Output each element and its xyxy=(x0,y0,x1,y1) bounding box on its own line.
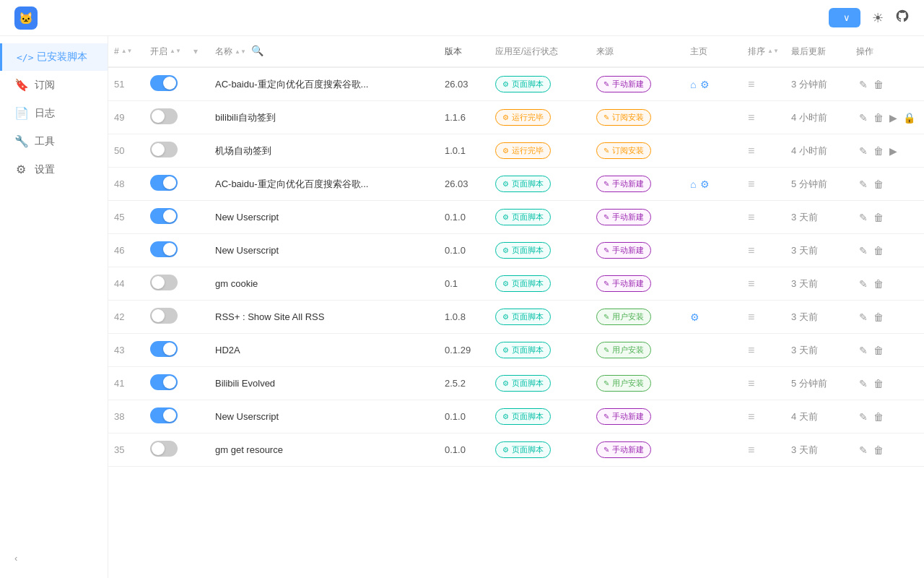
delete-button[interactable]: 🗑 xyxy=(871,310,886,324)
row-name[interactable]: New Userscript xyxy=(209,234,439,267)
toggle-switch[interactable] xyxy=(150,374,178,390)
toggle-switch[interactable] xyxy=(150,75,178,91)
row-sort-handle[interactable]: ≡ xyxy=(742,134,785,168)
row-sort-handle[interactable]: ≡ xyxy=(742,301,785,334)
filter-icon[interactable]: ▾ xyxy=(193,46,198,56)
home-icon[interactable]: ⌂ xyxy=(690,178,696,190)
col-header-enabled[interactable]: 开启 ▲▼ xyxy=(144,36,188,67)
row-sort-handle[interactable]: ≡ xyxy=(742,434,785,467)
delete-button[interactable]: 🗑 xyxy=(871,243,886,258)
drag-handle[interactable]: ≡ xyxy=(748,377,754,389)
lock-button[interactable]: 🔒 xyxy=(900,111,918,125)
drag-handle[interactable]: ≡ xyxy=(748,410,754,423)
drag-handle[interactable]: ≡ xyxy=(748,78,754,90)
edit-button[interactable]: ✎ xyxy=(856,410,871,424)
github-icon[interactable] xyxy=(895,9,910,27)
delete-button[interactable]: 🗑 xyxy=(871,343,886,358)
edit-button[interactable]: ✎ xyxy=(856,343,871,358)
drag-handle[interactable]: ≡ xyxy=(748,444,754,456)
row-sort-handle[interactable]: ≡ xyxy=(742,400,785,434)
search-icon[interactable]: 🔍 xyxy=(248,45,266,56)
drag-handle[interactable]: ≡ xyxy=(748,144,754,157)
toggle-switch[interactable] xyxy=(150,108,178,124)
row-sort-handle[interactable]: ≡ xyxy=(742,101,785,134)
row-name[interactable]: Bilibili Evolved xyxy=(209,367,439,400)
col-sort-name[interactable]: 名称 ▲▼ xyxy=(215,46,246,58)
delete-button[interactable]: 🗑 xyxy=(871,410,886,424)
gear-home-icon[interactable]: ⚙ xyxy=(690,311,699,323)
row-name[interactable]: HD2A xyxy=(209,334,439,367)
row-name[interactable]: gm cookie xyxy=(209,267,439,301)
sidebar-item-tools[interactable]: 🔧 工具 xyxy=(0,127,108,155)
sidebar-item-settings[interactable]: ⚙ 设置 xyxy=(0,155,108,184)
row-sort-handle[interactable]: ≡ xyxy=(742,267,785,301)
toggle-switch[interactable] xyxy=(150,275,178,290)
new-script-button[interactable]: ∨ xyxy=(829,8,860,27)
home-icon[interactable]: ⌂ xyxy=(690,79,696,90)
col-header-name[interactable]: 名称 ▲▼ 🔍 xyxy=(209,36,439,67)
drag-handle[interactable]: ≡ xyxy=(748,277,754,290)
row-sort-handle[interactable]: ≡ xyxy=(742,168,785,201)
theme-icon[interactable]: ☀ xyxy=(872,10,884,26)
play-button[interactable]: ▶ xyxy=(886,144,900,158)
row-name[interactable]: gm get resource xyxy=(209,434,439,467)
row-name[interactable]: 机场自动签到 xyxy=(209,134,439,168)
row-sort-handle[interactable]: ≡ xyxy=(742,234,785,267)
toggle-switch[interactable] xyxy=(150,175,178,191)
edit-button[interactable]: ✎ xyxy=(856,310,871,324)
row-name[interactable]: AC-baidu-重定向优化百度搜索谷歌... xyxy=(209,67,439,101)
drag-handle[interactable]: ≡ xyxy=(748,344,754,356)
row-name[interactable]: bilibili自动签到 xyxy=(209,101,439,134)
edit-button[interactable]: ✎ xyxy=(856,111,871,125)
toggle-switch[interactable] xyxy=(150,308,178,324)
drag-handle[interactable]: ≡ xyxy=(748,211,754,223)
drag-handle[interactable]: ≡ xyxy=(748,244,754,256)
edit-button[interactable]: ✎ xyxy=(856,77,871,92)
toggle-switch[interactable] xyxy=(150,407,178,423)
delete-button[interactable]: 🗑 xyxy=(871,111,886,125)
edit-button[interactable]: ✎ xyxy=(856,243,871,258)
delete-button[interactable]: 🗑 xyxy=(871,144,886,158)
drag-handle[interactable]: ≡ xyxy=(748,311,754,323)
sidebar-collapse-button[interactable]: ‹ xyxy=(0,545,108,571)
row-sort-handle[interactable]: ≡ xyxy=(742,67,785,101)
toggle-switch[interactable] xyxy=(150,441,178,457)
col-header-sort[interactable]: 排序 ▲▼ xyxy=(742,36,785,67)
edit-button[interactable]: ✎ xyxy=(856,144,871,158)
play-button[interactable]: ▶ xyxy=(886,111,900,125)
toggle-switch[interactable] xyxy=(150,341,178,357)
col-header-num[interactable]: # ▲▼ xyxy=(108,36,144,67)
toggle-switch[interactable] xyxy=(150,142,178,158)
edit-button[interactable]: ✎ xyxy=(856,210,871,225)
col-header-filter[interactable]: ▾ xyxy=(188,36,209,67)
row-sort-handle[interactable]: ≡ xyxy=(742,201,785,234)
drag-handle[interactable]: ≡ xyxy=(748,111,754,124)
drag-handle[interactable]: ≡ xyxy=(748,178,754,190)
delete-button[interactable]: 🗑 xyxy=(871,210,886,225)
row-name[interactable]: RSS+ : Show Site All RSS xyxy=(209,301,439,334)
delete-button[interactable]: 🗑 xyxy=(871,443,886,457)
delete-button[interactable]: 🗑 xyxy=(871,277,886,291)
row-name[interactable]: AC-baidu-重定向优化百度搜索谷歌... xyxy=(209,168,439,201)
toggle-switch[interactable] xyxy=(150,208,178,224)
gear-home-icon[interactable]: ⚙ xyxy=(700,79,710,90)
toggle-switch[interactable] xyxy=(150,241,178,257)
delete-button[interactable]: 🗑 xyxy=(871,177,886,191)
delete-button[interactable]: 🗑 xyxy=(871,376,886,391)
edit-button[interactable]: ✎ xyxy=(856,376,871,391)
row-name[interactable]: New Userscript xyxy=(209,201,439,234)
row-name[interactable]: New Userscript xyxy=(209,400,439,434)
sidebar-item-log[interactable]: 📄 日志 xyxy=(0,99,108,127)
edit-button[interactable]: ✎ xyxy=(856,443,871,457)
sidebar-item-installed[interactable]: </> 已安装脚本 xyxy=(0,43,108,71)
delete-button[interactable]: 🗑 xyxy=(871,77,886,92)
col-sort-enabled[interactable]: 开启 ▲▼ xyxy=(150,46,181,58)
edit-button[interactable]: ✎ xyxy=(856,177,871,191)
gear-home-icon[interactable]: ⚙ xyxy=(700,178,710,190)
row-sort-handle[interactable]: ≡ xyxy=(742,334,785,367)
edit-button[interactable]: ✎ xyxy=(856,277,871,291)
row-sort-handle[interactable]: ≡ xyxy=(742,367,785,400)
col-sort-num[interactable]: # ▲▼ xyxy=(114,46,133,56)
col-sort-sort[interactable]: 排序 ▲▼ xyxy=(748,46,779,58)
sidebar-item-subscribe[interactable]: 🔖 订阅 xyxy=(0,71,108,99)
